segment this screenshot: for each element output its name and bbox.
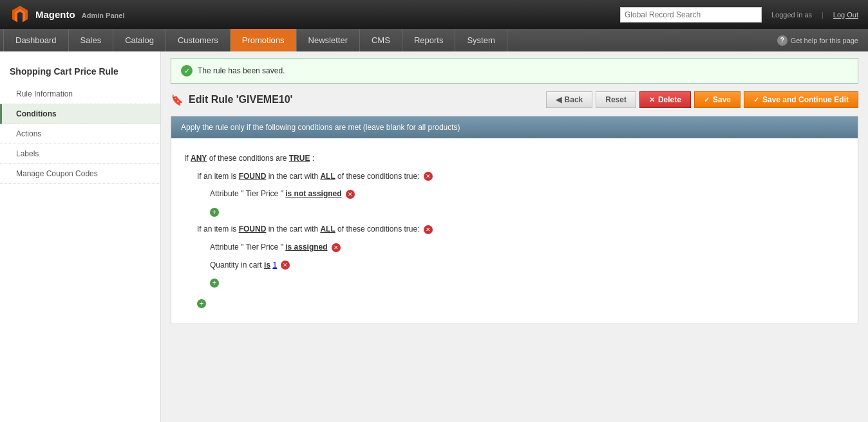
logout-separator: |	[822, 11, 824, 19]
logo-text-area: Magento Admin Panel	[35, 9, 124, 20]
action-buttons: ◀ Back Reset ✕ Delete ✓ Save ✓ Save and …	[546, 91, 858, 108]
block1-add-icon[interactable]: +	[210, 208, 219, 217]
content-area: ✓ The rule has been saved. 🔖 Edit Rule '…	[161, 51, 868, 422]
sidebar-item-conditions[interactable]: Conditions	[0, 104, 160, 124]
save-icon: ✓	[704, 96, 710, 104]
navigation: Dashboard Sales Catalog Customers Promot…	[0, 29, 868, 51]
nav-cms[interactable]: CMS	[360, 29, 402, 51]
block1-all[interactable]: ALL	[320, 172, 335, 181]
block2-qty-is[interactable]: is	[264, 261, 270, 270]
root-add-icon[interactable]: +	[197, 299, 206, 308]
block2-qty-line: Quantity in cart is 1 ✕	[184, 259, 845, 273]
reset-label: Reset	[605, 95, 627, 104]
header: Magento Admin Panel Logged in as | Log O…	[0, 0, 868, 29]
nav-items: Dashboard Sales Catalog Customers Promot…	[3, 29, 507, 51]
save-button[interactable]: ✓ Save	[694, 91, 741, 108]
main-layout: Shopping Cart Price Rule Rule Informatio…	[0, 51, 868, 422]
logo-area: Magento Admin Panel	[10, 5, 124, 25]
logout-link[interactable]: Log Out	[833, 11, 858, 19]
nav-system[interactable]: System	[455, 29, 507, 51]
save-continue-button[interactable]: ✓ Save and Continue Edit	[744, 91, 858, 108]
block2-all[interactable]: ALL	[320, 225, 335, 234]
conditions-header-text: Apply the rule only if the following con…	[181, 123, 460, 132]
block2-in-cart: in the cart with	[269, 225, 321, 234]
sidebar: Shopping Cart Price Rule Rule Informatio…	[0, 51, 161, 422]
block2-header-line: If an item is FOUND in the cart with ALL…	[184, 223, 845, 237]
block1-attr-line: Attribute " Tier Price " is not assigned…	[184, 187, 845, 201]
success-message: ✓ The rule has been saved.	[171, 58, 858, 84]
delete-button[interactable]: ✕ Delete	[639, 91, 691, 108]
block2-attr-condition[interactable]: is assigned	[285, 243, 327, 252]
logged-in-text: Logged in as	[771, 11, 812, 19]
block2-found[interactable]: FOUND	[239, 225, 267, 234]
block1-add-line: +	[184, 205, 845, 219]
page-header: 🔖 Edit Rule 'GIVEME10' ◀ Back Reset ✕ De…	[171, 91, 858, 108]
block1-found[interactable]: FOUND	[239, 172, 267, 181]
reset-button[interactable]: Reset	[596, 91, 636, 108]
nav-promotions[interactable]: Promotions	[231, 29, 297, 51]
nav-dashboard[interactable]: Dashboard	[3, 29, 69, 51]
sidebar-item-actions[interactable]: Actions	[0, 124, 160, 144]
block2-qty-label: Quantity in cart	[210, 261, 264, 270]
magento-logo-icon	[10, 5, 30, 25]
block2-add-line: +	[184, 276, 845, 290]
logo-name: Magento	[35, 9, 75, 20]
back-label: Back	[565, 95, 583, 104]
block1-remove-icon[interactable]: ✕	[424, 172, 433, 181]
nav-newsletter[interactable]: Newsletter	[297, 29, 360, 51]
page-title-area: 🔖 Edit Rule 'GIVEME10'	[171, 94, 292, 106]
block2-if: If an item is	[197, 225, 239, 234]
svg-marker-0	[12, 6, 28, 21]
root-add-line: +	[184, 297, 845, 311]
logo-subtext: Admin Panel	[82, 12, 125, 19]
nav-catalog[interactable]: Catalog	[113, 29, 166, 51]
nav-reports[interactable]: Reports	[402, 29, 456, 51]
nav-customers[interactable]: Customers	[166, 29, 231, 51]
colon: :	[312, 154, 314, 163]
conditions-panel: Apply the rule only if the following con…	[171, 116, 858, 324]
save-continue-icon: ✓	[753, 96, 759, 104]
delete-label: Delete	[658, 95, 681, 104]
delete-icon: ✕	[649, 96, 655, 104]
of-these-text: of these conditions are	[209, 154, 289, 163]
page-title: Edit Rule 'GIVEME10'	[189, 94, 292, 106]
root-condition-line: If ANY of these conditions are TRUE :	[184, 152, 845, 166]
true-keyword[interactable]: TRUE	[289, 154, 310, 163]
help-icon: ?	[777, 35, 788, 46]
block2-attr-line: Attribute " Tier Price " is assigned ✕	[184, 241, 845, 255]
conditions-body: If ANY of these conditions are TRUE : If…	[171, 138, 858, 324]
block2-attr-remove-icon[interactable]: ✕	[332, 243, 341, 252]
sidebar-title: Shopping Cart Price Rule	[0, 61, 160, 84]
help-text: Get help for this page	[791, 37, 858, 44]
block1-attr-remove-icon[interactable]: ✕	[346, 190, 355, 199]
block2-add-icon[interactable]: +	[210, 279, 219, 288]
conditions-panel-header: Apply the rule only if the following con…	[171, 116, 858, 138]
block1-in-cart: in the cart with	[269, 172, 321, 181]
block1-if: If an item is	[197, 172, 239, 181]
logo-brand: Magento Admin Panel	[35, 9, 124, 20]
block2-qty-remove-icon[interactable]: ✕	[281, 261, 290, 270]
back-button[interactable]: ◀ Back	[546, 91, 593, 108]
success-icon: ✓	[181, 65, 193, 77]
block1-attr-label: Attribute " Tier Price "	[210, 189, 285, 198]
sidebar-item-rule-information[interactable]: Rule Information	[0, 84, 160, 104]
save-label: Save	[713, 95, 731, 104]
help-link[interactable]: ? Get help for this page	[777, 29, 865, 51]
sidebar-item-labels[interactable]: Labels	[0, 144, 160, 164]
back-arrow-icon: ◀	[556, 95, 561, 104]
block2-remove-icon[interactable]: ✕	[424, 225, 433, 234]
block2-attr-label: Attribute " Tier Price "	[210, 243, 285, 252]
block2-qty-value[interactable]: 1	[272, 261, 277, 270]
block1-header-line: If an item is FOUND in the cart with ALL…	[184, 170, 845, 184]
save-continue-label: Save and Continue Edit	[762, 95, 849, 104]
block1-attr-condition[interactable]: is not assigned	[285, 189, 341, 198]
success-text: The rule has been saved.	[198, 66, 285, 75]
sidebar-item-coupon-codes[interactable]: Manage Coupon Codes	[0, 164, 160, 184]
if-label: If	[184, 154, 191, 163]
any-keyword[interactable]: ANY	[191, 154, 207, 163]
block1-of-these: of these conditions true:	[337, 172, 419, 181]
nav-sales[interactable]: Sales	[69, 29, 114, 51]
block2-of-these: of these conditions true:	[337, 225, 419, 234]
rule-icon: 🔖	[171, 94, 184, 106]
search-input[interactable]	[620, 7, 762, 23]
